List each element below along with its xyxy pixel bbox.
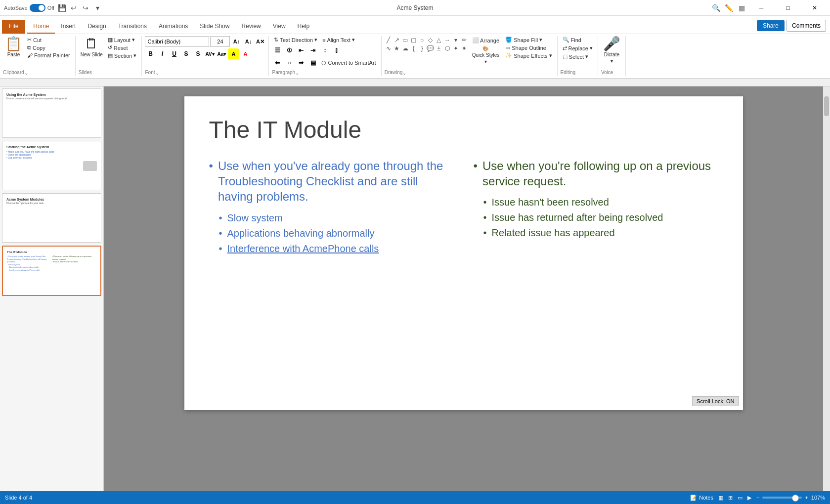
shape-triangle[interactable]: △ (435, 36, 443, 44)
search-icon[interactable]: 🔍 (711, 3, 720, 12)
tab-slideshow[interactable]: Slide Show (194, 20, 235, 34)
scrollbar-thumb[interactable] (824, 96, 829, 116)
font-name-input[interactable] (145, 36, 209, 47)
autosave-toggle[interactable]: AutoSave Off (4, 4, 54, 12)
tab-home[interactable]: Home (27, 20, 55, 34)
view-reading-button[interactable]: ▭ (738, 495, 743, 501)
section-button[interactable]: ▤ Section ▾ (106, 52, 139, 59)
font-size-input[interactable] (210, 36, 230, 47)
shape-brace[interactable]: } (418, 44, 426, 52)
cut-button[interactable]: ✂ Cut (25, 36, 72, 43)
shape-outline-button[interactable]: ▭ Shape Outline (503, 44, 554, 51)
minimize-button[interactable]: ─ (750, 0, 773, 16)
char-spacing-button[interactable]: AV▾ (204, 48, 215, 59)
zoom-slider[interactable] (762, 497, 802, 499)
increase-font-button[interactable]: A↑ (231, 36, 242, 47)
shape-star[interactable]: ★ (393, 44, 401, 52)
slide-thumb-2[interactable]: Starting the Acme System • Make sure you… (2, 141, 101, 190)
shape-equation[interactable]: ± (435, 44, 443, 52)
align-justify-button[interactable]: ▤ (307, 57, 318, 68)
pen-icon[interactable]: ✏️ (724, 3, 733, 12)
decrease-indent-button[interactable]: ⇤ (296, 45, 306, 56)
decrease-font-button[interactable]: A↓ (243, 36, 254, 47)
replace-button[interactable]: ⇄ Replace ▾ (561, 44, 595, 52)
slide-thumb-3[interactable]: Acme System Modules Choose the right one… (2, 193, 101, 243)
columns-button[interactable]: ⫿ (331, 45, 342, 56)
save-icon[interactable]: 💾 (57, 3, 66, 12)
autosave-switch[interactable] (30, 4, 45, 12)
dictate-button[interactable]: 🎤 Dictate ▾ (601, 36, 622, 65)
convert-smartart-button[interactable]: ⬡ Convert to SmartArt (319, 59, 378, 67)
tab-design[interactable]: Design (82, 20, 112, 34)
view-normal-button[interactable]: ▦ (718, 495, 723, 501)
shape-new[interactable]: ✦ (452, 44, 460, 52)
tab-help[interactable]: Help (292, 20, 316, 34)
paste-button[interactable]: 📋 Paste (3, 36, 24, 58)
tab-transitions[interactable]: Transitions (112, 20, 153, 34)
align-right-button[interactable]: ➡ (296, 57, 306, 68)
shape-cloud[interactable]: ☁ (401, 44, 409, 52)
comments-button[interactable]: Comments (786, 20, 826, 32)
italic-button[interactable]: I (157, 48, 168, 59)
new-slide-button[interactable]: 🗒 New Slide (79, 36, 105, 58)
customize-qat-icon[interactable]: ▾ (93, 3, 102, 12)
shape-line[interactable]: ╱ (385, 36, 393, 44)
arrange-button[interactable]: ⬜ Arrange (470, 36, 502, 44)
font-color-button[interactable]: A (240, 48, 251, 59)
highlight-button[interactable]: A (228, 48, 239, 59)
find-button[interactable]: 🔍 Find (561, 36, 583, 43)
shape-callout[interactable]: 💬 (427, 44, 435, 52)
shape-rounded-rect[interactable]: ▢ (410, 36, 418, 44)
clear-format-button[interactable]: A✕ (255, 36, 265, 47)
shape-rect[interactable]: ▭ (401, 36, 409, 44)
tab-insert[interactable]: Insert (55, 20, 82, 34)
select-button[interactable]: ⬚ Select ▾ (561, 53, 591, 60)
font-expand[interactable]: ⌄ (155, 70, 159, 76)
slide-thumb-1[interactable]: Using the Acme System How to create and … (2, 88, 101, 138)
shape-arrow[interactable]: ↗ (393, 36, 401, 44)
zoom-out-button[interactable]: − (756, 495, 759, 501)
paragraph-expand[interactable]: ⌄ (295, 70, 299, 76)
layout-icon[interactable]: ▦ (737, 3, 746, 12)
line-spacing-button[interactable]: ↕ (319, 45, 330, 56)
notes-button[interactable]: 📝 Notes (690, 495, 713, 501)
align-center-button[interactable]: ↔ (284, 57, 295, 68)
align-left-button[interactable]: ⬅ (272, 57, 283, 68)
list-bullet-button[interactable]: ☰ (272, 45, 283, 56)
slide-canvas-wrap[interactable]: The IT Module • Use when you've already … (104, 86, 823, 491)
format-painter-button[interactable]: 🖌 Format Painter (25, 52, 72, 59)
shape-flowchart[interactable]: ⬡ (443, 44, 451, 52)
view-slide-sorter-button[interactable]: ⊞ (728, 495, 733, 501)
shape-bracket[interactable]: { (410, 44, 418, 52)
maximize-button[interactable]: □ (777, 0, 799, 16)
shape-more[interactable]: ▾ (452, 36, 460, 44)
tab-file[interactable]: File (2, 20, 25, 34)
view-slideshow-button[interactable]: ▶ (747, 495, 751, 501)
reset-button[interactable]: ↺ Reset (106, 44, 139, 51)
vertical-scrollbar[interactable] (823, 86, 830, 491)
text-direction-button[interactable]: ⇅ Text Direction ▾ (272, 36, 319, 43)
layout-button[interactable]: ▦ Layout ▾ (106, 36, 139, 43)
share-button[interactable]: Share (757, 20, 785, 31)
undo-icon[interactable]: ↩ (69, 3, 78, 12)
tab-animations[interactable]: Animations (153, 20, 194, 34)
align-text-button[interactable]: ≡ Align Text ▾ (320, 36, 357, 43)
copy-button[interactable]: ⧉ Copy (25, 44, 72, 51)
shape-rtarrow[interactable]: → (443, 36, 451, 44)
underline-button[interactable]: U (169, 48, 179, 59)
list-number-button[interactable]: ① (284, 45, 295, 56)
slide-thumb-4[interactable]: The IT Module • Use when you've already … (2, 246, 101, 296)
shape-extra[interactable]: ⁕ (460, 44, 468, 52)
close-button[interactable]: ✕ (803, 0, 826, 16)
tab-view[interactable]: View (267, 20, 292, 34)
redo-icon[interactable]: ↪ (81, 3, 90, 12)
increase-indent-button[interactable]: ⇥ (307, 45, 318, 56)
clipboard-expand[interactable]: ⌄ (24, 70, 28, 76)
shape-curve[interactable]: ∿ (385, 44, 393, 52)
change-case-button[interactable]: Aa▾ (216, 48, 227, 59)
shape-oval[interactable]: ○ (418, 36, 426, 44)
tab-review[interactable]: Review (235, 20, 266, 34)
shape-fill-button[interactable]: 🪣 Shape Fill ▾ (503, 36, 554, 43)
shape-diamond[interactable]: ◇ (427, 36, 435, 44)
shape-effects-button[interactable]: ✨ Shape Effects ▾ (503, 52, 554, 59)
